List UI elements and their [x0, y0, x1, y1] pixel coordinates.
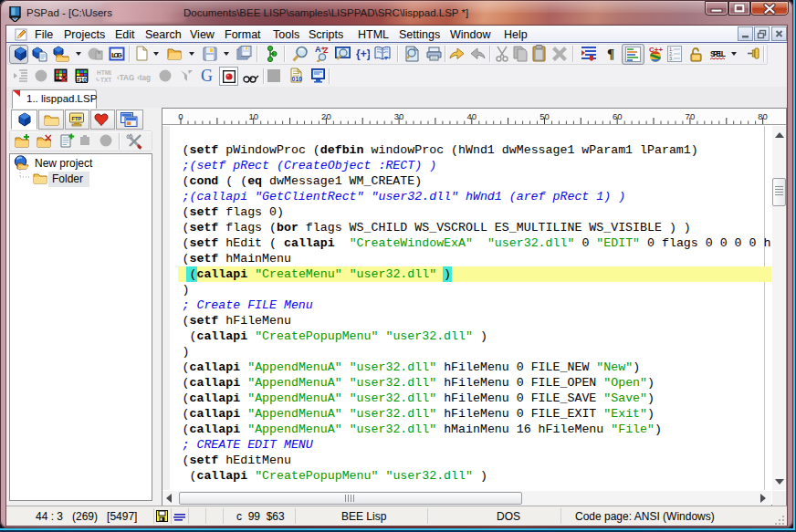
svg-text:Z: Z — [323, 46, 329, 55]
svg-text:‹tag: ‹tag — [137, 74, 151, 82]
svg-text:LOG: LOG — [111, 51, 122, 59]
svg-text:A: A — [315, 45, 321, 54]
svg-text:HTML: HTML — [97, 69, 111, 76]
svg-text:{+}: {+} — [356, 47, 370, 60]
svg-text:#10: #10 — [77, 77, 87, 83]
svg-text:¶: ¶ — [607, 47, 614, 61]
svg-text:010: 010 — [292, 76, 303, 82]
svg-text:TXT: TXT — [100, 77, 111, 83]
svg-text:G: G — [201, 67, 213, 84]
svg-text:‹TAG: ‹TAG — [117, 74, 134, 82]
svg-text:FTP: FTP — [71, 116, 81, 121]
svg-text:SPELL: SPELL — [710, 49, 726, 58]
svg-text:3.: 3. — [669, 56, 674, 61]
